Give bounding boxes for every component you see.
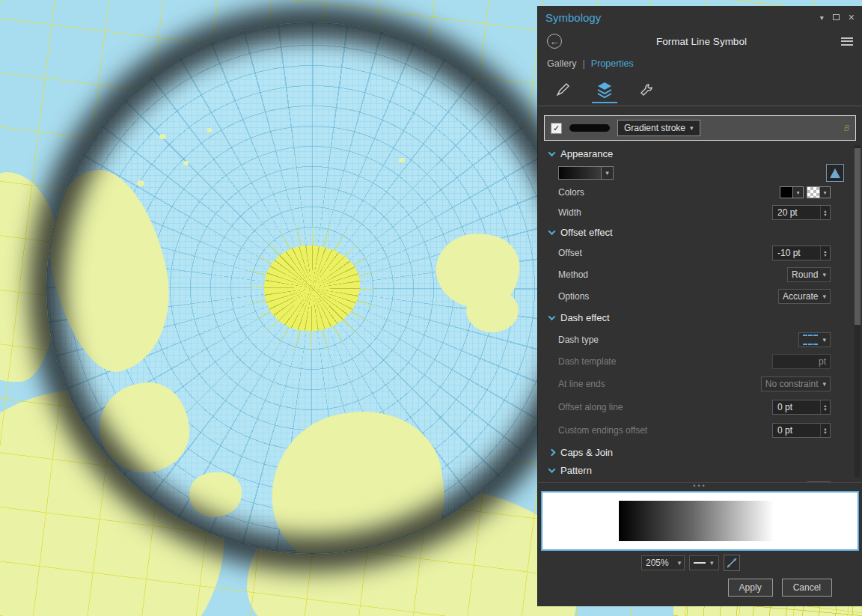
at-line-ends-label: At line ends (558, 379, 605, 389)
spinner-down-icon: ▾ (824, 430, 826, 434)
pane-title: Symbology (545, 11, 601, 24)
back-button[interactable]: ← (547, 34, 562, 49)
cancel-button[interactable]: Cancel (782, 579, 832, 597)
chevron-right-icon (548, 448, 556, 456)
method-label: Method (558, 269, 588, 280)
hamburger-menu-icon[interactable] (841, 37, 853, 46)
page-title: Format Line Symbol (562, 36, 841, 47)
tab-general-brush-icon[interactable] (551, 77, 574, 103)
tab-structure-wrench-icon[interactable] (635, 77, 658, 103)
chevron-down-icon: ▾ (690, 124, 694, 132)
pane-splitter-handle[interactable]: ••• (538, 482, 862, 488)
island-dot (183, 161, 189, 165)
tab-gallery[interactable]: Gallery (547, 58, 577, 69)
apply-button[interactable]: Apply (728, 579, 773, 597)
offset-row: Offset -10 pt ▴▾ (538, 243, 862, 263)
at-line-ends-row: At line ends No constraint ▾ (538, 373, 862, 395)
method-dropdown[interactable]: Round ▾ (787, 267, 831, 282)
gradient-swatch-dropdown[interactable]: ▾ (558, 166, 614, 180)
section-caps-join[interactable]: Caps & Join (538, 442, 862, 462)
inner-landmass-right-small (466, 289, 519, 332)
line-glyph-icon (694, 562, 706, 564)
island-dot (159, 134, 166, 139)
chevron-down-icon (548, 228, 556, 235)
tab-properties[interactable]: Properties (591, 58, 634, 69)
offset-along-line-label: Offset along line (558, 402, 623, 412)
tab-separator: | (583, 58, 585, 69)
chevron-down-icon (548, 313, 556, 320)
float-pane-icon[interactable] (833, 14, 840, 20)
method-row: Method Round ▾ (538, 263, 862, 285)
vertical-scrollbar[interactable] (855, 145, 861, 478)
options-dropdown[interactable]: Accurate ▾ (778, 289, 831, 304)
close-icon[interactable]: × (849, 13, 855, 21)
dash-pattern-icon (803, 335, 818, 345)
chevron-down-icon: ▾ (678, 559, 682, 567)
black-color-swatch (780, 186, 793, 198)
section-dash-effect[interactable]: Dash effect (538, 307, 862, 329)
symbology-pane: Symbology ▾ × ← Format Line Symbol Galle… (537, 6, 862, 606)
dash-type-row: Dash type ▾ (538, 329, 862, 350)
symbol-layer-row[interactable]: ✓ Gradient stroke ▾ B (544, 115, 856, 141)
preview-controls: 205% ▾ ▾ (538, 551, 862, 575)
spinner-down-icon: ▾ (824, 213, 826, 216)
action-buttons: Apply Cancel (538, 575, 862, 600)
offset-along-line-row: Offset along line 0 pt ▴▾ (538, 395, 862, 418)
chevron-down-icon: ▾ (820, 186, 831, 198)
chevron-down-icon: ▾ (822, 271, 826, 278)
pane-titlebar: Symbology ▾ × (538, 6, 862, 28)
island-dot (399, 158, 405, 162)
properties-scroll-area: Appearance ▾ Colors ▾ ▾ W (538, 141, 862, 482)
color-end-dropdown[interactable]: ▾ (807, 186, 831, 198)
chevron-down-icon (548, 466, 556, 473)
section-offset-effect[interactable]: Offset effect (538, 222, 862, 243)
custom-endings-offset-spinner: 0 pt ▴▾ (772, 423, 831, 438)
width-label: Width (558, 207, 581, 218)
custom-endings-offset-row: Custom endings offset 0 pt ▴▾ (538, 418, 862, 442)
inner-landmass-left-lower (100, 382, 189, 472)
properties-icon-tabs (538, 73, 862, 106)
dash-template-row: Dash template pt (538, 350, 862, 373)
chevron-down-icon: ▾ (822, 380, 826, 388)
view-tabs: Gallery | Properties (538, 54, 862, 73)
section-pattern[interactable]: Pattern (538, 462, 862, 478)
color-start-dropdown[interactable]: ▾ (780, 186, 804, 198)
offset-along-line-spinner: 0 pt ▴▾ (772, 400, 831, 415)
gradient-line-preview (619, 501, 782, 541)
width-row: Width 20 pt ▴▾ (538, 202, 862, 222)
tab-layers-icon[interactable] (593, 77, 616, 103)
gradient-editor-button[interactable] (826, 164, 844, 182)
chevron-down-icon: ▾ (793, 186, 804, 198)
symbol-preview-box[interactable] (541, 491, 859, 551)
pane-header: ← Format Line Symbol (538, 28, 862, 54)
width-spinner[interactable]: 20 pt ▴▾ (772, 205, 831, 220)
options-label: Options (558, 291, 589, 302)
dash-type-dropdown[interactable]: ▾ (798, 332, 831, 347)
preview-geometry-dropdown[interactable]: ▾ (689, 555, 719, 570)
chevron-down-icon (548, 149, 556, 156)
polar-projection-globe (46, 22, 578, 554)
colors-label: Colors (558, 187, 584, 198)
pattern-type-row-clipped: T C ▾ (538, 478, 862, 482)
colors-row: Colors ▾ ▾ (538, 183, 862, 202)
stroke-type-dropdown[interactable]: Gradient stroke ▾ (617, 120, 700, 136)
gradient-swatch (558, 166, 602, 180)
gradient-swatch-row: ▾ (538, 163, 862, 183)
zoom-level-dropdown[interactable]: 205% ▾ (641, 555, 685, 570)
at-line-ends-dropdown: No constraint ▾ (761, 376, 831, 391)
layer-visibility-checkbox[interactable]: ✓ (551, 123, 562, 134)
line-symbol-sample (569, 124, 610, 132)
dash-template-input: pt (772, 354, 831, 369)
pattern-type-dropdown[interactable]: C ▾ (807, 481, 831, 483)
island-dot (207, 128, 212, 132)
chevron-down-icon: ▾ (602, 166, 614, 180)
options-row: Options Accurate ▾ (538, 285, 862, 307)
scrollbar-thumb[interactable] (855, 148, 861, 325)
chevron-down-icon: ▾ (822, 293, 826, 300)
preview-snap-button[interactable] (724, 555, 740, 571)
spinner-down-icon: ▾ (824, 407, 826, 411)
chevron-down-icon: ▾ (710, 559, 714, 567)
pane-menu-caret-icon[interactable]: ▾ (820, 13, 824, 22)
section-appearance[interactable]: Appearance (538, 144, 862, 163)
offset-spinner[interactable]: -10 pt ▴▾ (772, 246, 831, 260)
